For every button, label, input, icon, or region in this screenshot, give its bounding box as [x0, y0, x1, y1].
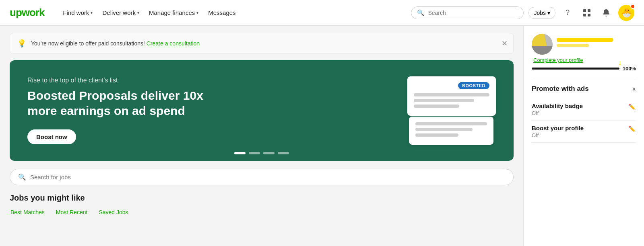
card-line [415, 128, 473, 131]
slider-dot[interactable] [263, 152, 275, 154]
svg-rect-3 [588, 14, 590, 16]
search-input[interactable] [428, 10, 500, 16]
progress-fill: ↓ [532, 68, 619, 70]
svg-rect-0 [583, 9, 586, 12]
promote-header: Promote with ads ∧ [532, 85, 636, 93]
card-line [414, 93, 489, 96]
help-button[interactable]: ? [560, 6, 575, 20]
hero-subtitle: Rise to the top of the client's list [27, 77, 204, 84]
bell-icon [602, 8, 610, 17]
progress-bar: ↓ [532, 68, 619, 70]
chevron-down-icon: ▾ [91, 10, 93, 15]
lightbulb-icon: 💡 [17, 39, 26, 48]
boost-now-button[interactable]: Boost now [27, 129, 76, 144]
slider-dot[interactable] [234, 152, 246, 154]
slider-dot[interactable] [249, 152, 260, 154]
jobs-heading: Jobs you might like [10, 193, 514, 203]
arrow-icon: ↓ [618, 59, 622, 67]
search-jobs-input[interactable] [30, 174, 505, 180]
close-icon[interactable]: ✕ [502, 39, 508, 48]
chevron-up-icon[interactable]: ∧ [632, 86, 636, 92]
availability-badge-item: Availability badge Off ✏️ [532, 98, 636, 121]
notification-banner: 💡 You're now eligible to offer paid cons… [10, 33, 514, 54]
hero-title: Boosted Proposals deliver 10x more earni… [27, 88, 204, 118]
edit-icon[interactable]: ✏️ [628, 125, 636, 133]
nav-find-work[interactable]: Find work ▾ [59, 7, 97, 18]
tab-best-matches[interactable]: Best Matches [10, 207, 45, 219]
content-area: 💡 You're now eligible to offer paid cons… [0, 26, 523, 246]
search-icon: 🔍 [417, 9, 425, 16]
svg-rect-2 [583, 14, 586, 16]
search-icon: 🔍 [18, 173, 26, 181]
tab-most-recent[interactable]: Most Recent [55, 207, 89, 219]
boost-profile-item: Boost your profile Off ✏️ [532, 121, 636, 143]
card-line [414, 99, 474, 102]
nav-links: Find work ▾ Deliver work ▾ Manage financ… [59, 7, 400, 18]
proposal-visual: BOOSTED [407, 76, 496, 145]
profile-name-bar [557, 38, 613, 42]
progress-percentage: 100% [623, 66, 636, 72]
grid-icon [583, 9, 591, 17]
main-layout: 💡 You're now eligible to offer paid cons… [0, 26, 644, 246]
notification-dot [630, 4, 635, 9]
avatar[interactable]: 🐣 [618, 5, 634, 21]
edit-icon[interactable]: ✏️ [628, 103, 636, 111]
avatar[interactable] [532, 34, 553, 55]
profile-area [532, 34, 636, 55]
search-jobs-bar: 🔍 [10, 169, 514, 185]
create-consultation-link[interactable]: Create a consultation [147, 40, 200, 47]
jobs-tabs: Best Matches Most Recent Saved Jobs [10, 207, 514, 219]
nav-deliver-work[interactable]: Deliver work ▾ [98, 7, 143, 18]
chevron-down-icon: ▾ [196, 10, 198, 15]
right-sidebar: Complete your profile ↓ 100% Promote wit… [523, 26, 644, 246]
notifications-button[interactable] [599, 6, 613, 20]
notification-text: You're now eligible to offer paid consul… [31, 40, 200, 47]
profile-name-area [557, 38, 636, 51]
card-line [415, 133, 458, 137]
proposal-card-boosted: BOOSTED [407, 76, 496, 116]
chevron-down-icon: ▾ [137, 10, 139, 15]
slider-dot[interactable] [278, 152, 289, 154]
boosted-badge: BOOSTED [458, 82, 489, 89]
promote-title: Promote with ads [532, 85, 589, 93]
card-line [414, 105, 459, 108]
jobs-dropdown[interactable]: Jobs ▾ [528, 7, 555, 19]
card-line [415, 122, 487, 125]
nav-right: 🔍 Jobs ▾ ? 🐣 [411, 5, 634, 21]
chevron-down-icon: ▾ [547, 10, 550, 16]
progress-row: ↓ 100% [532, 66, 636, 72]
proposal-card-secondary [409, 117, 493, 145]
upwork-logo[interactable]: upwork [10, 6, 44, 19]
tab-saved-jobs[interactable]: Saved Jobs [98, 207, 129, 219]
apps-grid-button[interactable] [580, 6, 594, 20]
svg-rect-1 [588, 9, 590, 12]
promote-with-ads-section: Promote with ads ∧ Availability badge Of… [532, 79, 636, 143]
availability-badge-status: Off [532, 110, 583, 116]
search-bar[interactable]: 🔍 [411, 6, 524, 19]
slider-dots [234, 152, 289, 154]
nav-manage-finances[interactable]: Manage finances ▾ [145, 7, 202, 18]
navbar: upwork Find work ▾ Deliver work ▾ Manage… [0, 0, 644, 26]
hero-banner: Rise to the top of the client's list Boo… [10, 60, 514, 161]
hero-content: Rise to the top of the client's list Boo… [27, 77, 204, 144]
nav-messages[interactable]: Messages [204, 7, 239, 18]
availability-badge-label: Availability badge [532, 102, 583, 109]
boost-profile-status: Off [532, 132, 584, 138]
boost-profile-label: Boost your profile [532, 125, 584, 131]
profile-name-bar2 [557, 44, 589, 47]
